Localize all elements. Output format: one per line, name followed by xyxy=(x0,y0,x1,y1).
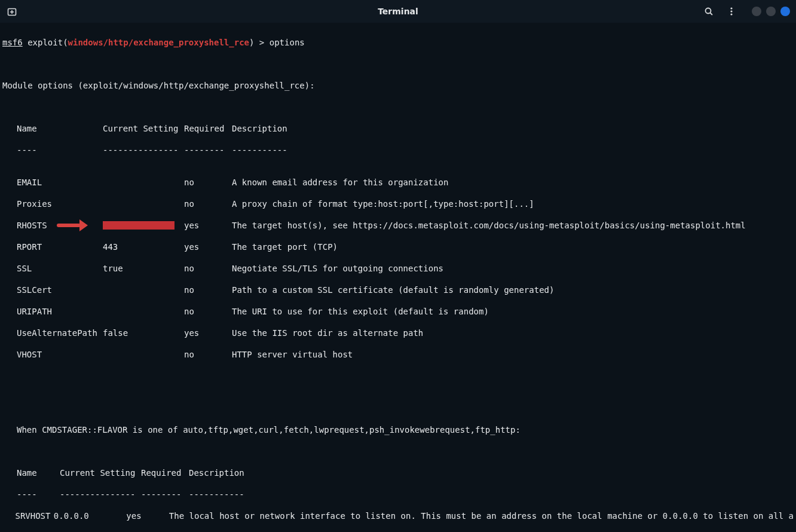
minimize-button[interactable] xyxy=(752,7,761,16)
command-text: options xyxy=(270,38,305,47)
cmdstager-cols: NameCurrent SettingRequiredDescription xyxy=(2,467,794,478)
titlebar: Terminal xyxy=(0,0,796,23)
module-options-sep: -------------------------------------- xyxy=(2,145,794,155)
terminal-output[interactable]: msf6 exploit(windows/http/exchange_proxy… xyxy=(0,23,796,532)
svg-point-5 xyxy=(730,7,732,9)
prompt-module: windows/http/exchange_proxyshell_rce xyxy=(68,38,249,47)
table-row: SSLCertnoPath to a custom SSL certificat… xyxy=(2,285,794,295)
table-row: ProxiesnoA proxy chain of format type:ho… xyxy=(2,198,794,209)
table-row: URIPATHnoThe URI to use for this exploit… xyxy=(2,306,794,317)
table-row: SRVHOST0.0.0.0yesThe local host or netwo… xyxy=(2,510,794,521)
table-row: RPORT443yesThe target port (TCP) xyxy=(2,241,794,252)
table-row: VHOSTnoHTTP server virtual host xyxy=(2,349,794,360)
close-button[interactable] xyxy=(780,7,790,16)
svg-line-4 xyxy=(711,13,713,16)
module-options-cols: NameCurrent SettingRequiredDescription xyxy=(2,123,794,134)
window-controls xyxy=(752,7,790,16)
window-title: Terminal xyxy=(378,6,418,17)
redacted-value xyxy=(103,221,174,230)
table-row: SSLtruenoNegotiate SSL/TLS for outgoing … xyxy=(2,263,794,274)
table-row: UseAlternatePathfalseyesUse the IIS root… xyxy=(2,328,794,338)
module-options-header: Module options (exploit/windows/http/exc… xyxy=(2,80,794,91)
cmdstager-note: When CMDSTAGER::FLAVOR is one of auto,tf… xyxy=(2,424,794,435)
prompt-line: msf6 exploit(windows/http/exchange_proxy… xyxy=(2,37,794,48)
svg-point-6 xyxy=(730,10,732,12)
arrow-icon xyxy=(57,221,89,230)
table-row: RHOSTS yesThe target host(s), see https:… xyxy=(2,220,794,231)
cmdstager-sep: -------------------------------------- xyxy=(2,489,794,500)
maximize-button[interactable] xyxy=(766,7,776,16)
new-tab-icon[interactable] xyxy=(6,5,18,17)
table-row: EMAILnoA known email address for this or… xyxy=(2,177,794,188)
search-icon[interactable] xyxy=(703,5,715,17)
prompt-user: msf6 xyxy=(2,38,23,47)
svg-point-7 xyxy=(730,13,732,15)
svg-point-3 xyxy=(706,8,711,14)
menu-icon[interactable] xyxy=(725,5,737,17)
